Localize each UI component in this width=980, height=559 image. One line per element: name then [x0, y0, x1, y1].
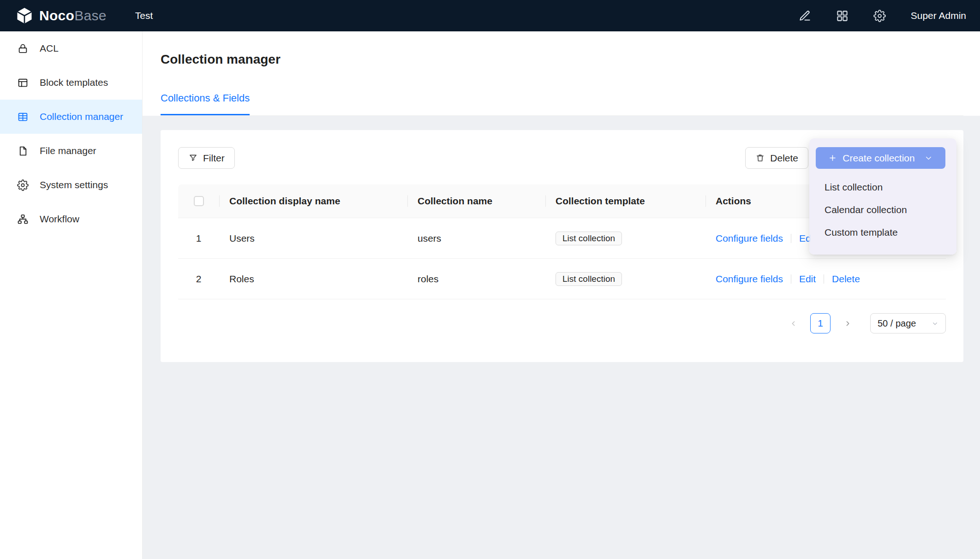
- select-all-cell: [178, 196, 219, 206]
- pagination-prev-button[interactable]: [783, 313, 803, 333]
- nocobase-logo[interactable]: NocoBase: [15, 6, 107, 25]
- trash-icon: [755, 153, 765, 163]
- template-tag: List collection: [556, 232, 622, 245]
- collections-card: Filter Delete Collection: [161, 130, 963, 362]
- column-header-display-name: Collection display name: [219, 196, 407, 207]
- delete-button-label: Delete: [770, 153, 798, 164]
- workflow-icon: [17, 214, 29, 225]
- column-header-collection-name: Collection name: [407, 196, 545, 207]
- menu-item-list-collection[interactable]: List collection: [809, 176, 956, 198]
- page-size-value: 50 / page: [878, 318, 916, 329]
- template-cell: List collection: [545, 232, 705, 245]
- delete-link[interactable]: Delete: [832, 274, 860, 285]
- page-header: Collection manager Collections & Fields: [143, 31, 980, 116]
- filter-funnel-icon: [188, 153, 198, 163]
- chevron-down-icon: [924, 154, 933, 162]
- tab-collections-fields[interactable]: Collections & Fields: [161, 92, 250, 115]
- actions-group: Configure fields Edit Delete: [716, 274, 946, 285]
- filter-button[interactable]: Filter: [178, 147, 235, 169]
- body-row: ACL Block templates Collection manager F…: [0, 31, 980, 559]
- top-bar: NocoBase Test Super Ad: [0, 0, 980, 31]
- collection-name-cell: users: [407, 233, 545, 244]
- configure-fields-link[interactable]: Configure fields: [716, 274, 783, 285]
- ui-editor-pencil-icon[interactable]: [799, 10, 811, 22]
- tab-bar: Collections & Fields: [161, 92, 963, 116]
- brand-secondary: Base: [74, 8, 107, 23]
- create-collection-menu: List collection Calendar collection Cust…: [809, 176, 956, 244]
- layout-icon: [17, 77, 29, 89]
- configure-fields-link[interactable]: Configure fields: [716, 233, 783, 244]
- column-header-collection-template: Collection template: [545, 196, 705, 207]
- top-menu-item-test[interactable]: Test: [135, 10, 153, 21]
- table-row-roles: 2 Roles roles List collection Configure …: [178, 259, 946, 299]
- sidebar-item-system-settings[interactable]: System settings: [0, 168, 142, 202]
- chevron-down-icon: [932, 320, 938, 327]
- create-collection-label: Create collection: [843, 153, 914, 164]
- user-menu[interactable]: Super Admin: [911, 10, 966, 21]
- menu-item-custom-template[interactable]: Custom template: [809, 221, 956, 244]
- sidebar-item-label: ACL: [40, 43, 59, 54]
- page-size-select[interactable]: 50 / page: [870, 313, 946, 333]
- chevron-left-icon: [789, 320, 797, 327]
- delete-button[interactable]: Delete: [745, 147, 808, 169]
- pagination-next-button[interactable]: [837, 313, 858, 333]
- actions-cell: Configure fields Edit Delete: [705, 274, 946, 285]
- sidebar-item-label: Workflow: [40, 214, 79, 225]
- chevron-right-icon: [844, 320, 852, 327]
- select-all-checkbox[interactable]: [194, 196, 204, 206]
- main-area: Collection manager Collections & Fields …: [143, 31, 980, 559]
- gear-icon: [17, 179, 29, 191]
- actions-group: Configure fields Edit Delete: [716, 233, 811, 244]
- top-bar-right: Super Admin: [799, 10, 966, 22]
- content-area: Filter Delete Collection: [143, 116, 980, 559]
- action-divider: [791, 234, 791, 243]
- sidebar-item-label: Collection manager: [40, 111, 123, 122]
- action-divider: [824, 274, 824, 284]
- pagination: 1 50 / page: [178, 313, 946, 333]
- collection-name-cell: roles: [407, 274, 545, 285]
- sidebar-item-collection-manager[interactable]: Collection manager: [0, 100, 142, 134]
- page-title: Collection manager: [161, 52, 963, 67]
- menu-item-calendar-collection[interactable]: Calendar collection: [809, 198, 956, 221]
- sidebar-item-label: File manager: [40, 145, 96, 156]
- apps-grid-icon[interactable]: [836, 10, 849, 22]
- row-index: 1: [178, 233, 219, 244]
- sidebar-item-file-manager[interactable]: File manager: [0, 134, 142, 168]
- pagination-page-1[interactable]: 1: [810, 313, 831, 333]
- lock-icon: [17, 43, 29, 54]
- sidebar-item-label: Block templates: [40, 77, 108, 88]
- sidebar-item-block-templates[interactable]: Block templates: [0, 65, 142, 100]
- file-icon: [17, 145, 29, 157]
- row-index: 2: [178, 274, 219, 285]
- sidebar-item-acl[interactable]: ACL: [0, 31, 142, 65]
- filter-button-label: Filter: [203, 153, 225, 164]
- action-divider: [791, 274, 791, 284]
- app-window: NocoBase Test Super Ad: [0, 0, 980, 559]
- template-tag: List collection: [556, 272, 622, 286]
- cube-logo-icon: [15, 6, 34, 25]
- plus-icon: [828, 154, 837, 162]
- brand-text: NocoBase: [39, 8, 107, 24]
- sidebar: ACL Block templates Collection manager F…: [0, 31, 143, 559]
- display-name-cell: Roles: [219, 274, 407, 285]
- sidebar-item-workflow[interactable]: Workflow: [0, 202, 142, 236]
- create-collection-button[interactable]: Create collection: [816, 147, 945, 169]
- edit-link[interactable]: Edit: [799, 274, 816, 285]
- sidebar-item-label: System settings: [40, 179, 108, 190]
- settings-gear-icon[interactable]: [873, 10, 886, 22]
- create-collection-dropdown: Create collection List collection Calend…: [809, 138, 956, 255]
- table-icon: [17, 111, 29, 123]
- template-cell: List collection: [545, 272, 705, 286]
- display-name-cell: Users: [219, 233, 407, 244]
- brand-primary: Noco: [39, 8, 74, 23]
